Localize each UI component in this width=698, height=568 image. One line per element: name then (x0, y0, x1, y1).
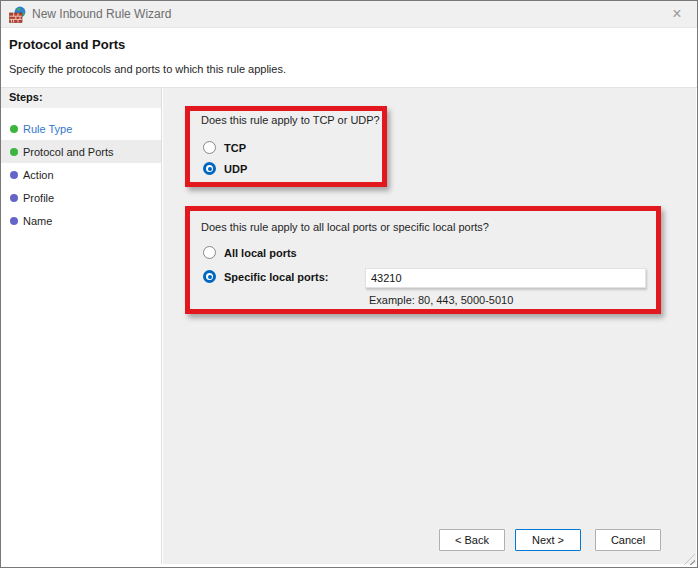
ports-question: Does this rule apply to all local ports … (201, 221, 489, 233)
sidebar-item-action: Action (1, 163, 161, 186)
step-bullet-icon (10, 171, 18, 179)
step-bullet-icon (10, 217, 18, 225)
radio-unselected-icon (203, 246, 216, 259)
next-button[interactable]: Next > (515, 529, 581, 551)
step-bullet-icon (10, 194, 18, 202)
content-area (163, 88, 696, 564)
sidebar-item-protocol-and-ports: Protocol and Ports (1, 140, 161, 163)
step-label: Protocol and Ports (23, 146, 114, 158)
radio-selected-icon (203, 162, 216, 175)
title-bar: New Inbound Rule Wizard × (1, 1, 697, 28)
step-label: Name (23, 215, 52, 227)
step-label: Rule Type (23, 123, 72, 135)
steps-heading: Steps: (1, 88, 161, 108)
sidebar-item-name: Name (1, 209, 161, 232)
specific-ports-input[interactable] (365, 268, 646, 288)
sidebar-item-rule-type[interactable]: Rule Type (1, 117, 161, 140)
page-title: Protocol and Ports (9, 37, 125, 52)
steps-sidebar: Steps: Rule Type Protocol and Ports Acti… (1, 88, 162, 564)
radio-specific-local-ports[interactable]: Specific local ports: (203, 270, 329, 283)
wizard-window: New Inbound Rule Wizard × Protocol and P… (0, 0, 698, 568)
window-title: New Inbound Rule Wizard (32, 7, 171, 21)
step-bullet-icon (10, 125, 18, 133)
wizard-header: Protocol and Ports Specify the protocols… (1, 29, 697, 88)
step-label: Profile (23, 192, 54, 204)
radio-specific-local-ports-label: Specific local ports: (224, 271, 329, 283)
radio-udp[interactable]: UDP (203, 162, 247, 175)
ports-example-hint: Example: 80, 443, 5000-5010 (369, 294, 513, 306)
radio-tcp[interactable]: TCP (203, 141, 246, 154)
back-button[interactable]: < Back (439, 529, 505, 551)
radio-all-local-ports[interactable]: All local ports (203, 246, 297, 259)
radio-udp-label: UDP (224, 163, 247, 175)
radio-selected-icon (203, 270, 216, 283)
radio-all-local-ports-label: All local ports (224, 247, 297, 259)
radio-unselected-icon (203, 141, 216, 154)
step-bullet-icon (10, 148, 18, 156)
sidebar-item-profile: Profile (1, 186, 161, 209)
cancel-button[interactable]: Cancel (595, 529, 661, 551)
radio-tcp-label: TCP (224, 142, 246, 154)
step-label: Action (23, 169, 54, 181)
protocol-question: Does this rule apply to TCP or UDP? (201, 114, 380, 126)
firewall-app-icon (9, 6, 26, 23)
page-subtitle: Specify the protocols and ports to which… (9, 63, 286, 75)
close-icon[interactable]: × (665, 3, 689, 25)
